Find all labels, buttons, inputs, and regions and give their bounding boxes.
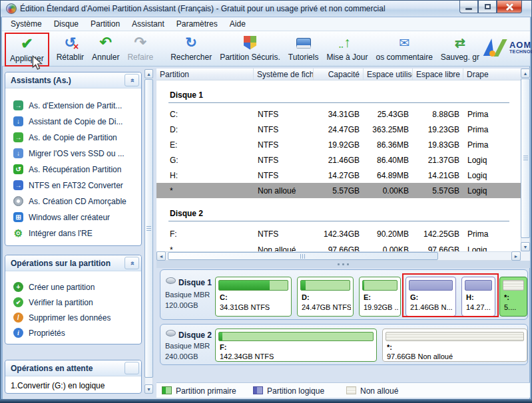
disk-copy-icon: ↓ <box>13 116 23 126</box>
menu-aide[interactable]: Aide <box>224 18 252 30</box>
table-row-d[interactable]: D: NTFS 24.47GB 363.25MB 19.23GB Prima <box>156 122 521 137</box>
backup-button[interactable]: ⇄ Sauveg. gr <box>437 33 483 64</box>
h-scrollbar-thumb[interactable] <box>168 252 438 260</box>
usage-bar <box>503 280 524 291</box>
table-row-f[interactable]: F: NTFS 142.34GB 90.20MB 142.25GB Prima <box>156 226 521 241</box>
triangle-up-icon: ▲ <box>523 71 528 76</box>
menu-partition[interactable]: Partition <box>85 18 126 30</box>
restore-button[interactable]: ↺× Rétablir <box>53 33 88 64</box>
sidebar-item-windows-togo[interactable]: ⊞ Windows aller créateur <box>5 209 141 225</box>
sidebar-item-bootable-cd[interactable]: As. Création CD Amorçable <box>5 194 141 209</box>
wizards-panel-header[interactable]: Assistants (As.) » <box>5 72 141 88</box>
collapse-button[interactable]: » <box>125 74 139 86</box>
sidebar-scrollbar-thumb[interactable] <box>144 79 153 378</box>
feedback-label: os commentaire <box>376 53 432 62</box>
sidebar-item-properties[interactable]: i Propriétés <box>5 325 141 340</box>
col-capacity[interactable]: Capacité <box>314 68 364 80</box>
refresh-label: Rechercher <box>170 53 212 62</box>
used-fill <box>219 333 222 340</box>
col-partition[interactable]: Partition <box>156 68 254 80</box>
scroll-up-button[interactable]: ▲ <box>144 69 153 78</box>
feedback-button[interactable]: ✉ os commentaire <box>372 33 436 64</box>
secure-partition-label: Partition Sécuris. <box>220 53 280 62</box>
cell-filesystem: NTFS <box>254 229 314 239</box>
sidebar-item-wipe-data[interactable]: / Supprimer les données <box>5 310 141 325</box>
disk1-name: Disque 1 <box>178 278 212 287</box>
cell-capacity: 21.46GB <box>314 156 364 165</box>
sidebar-item-create-partition[interactable]: + Créer une partition <box>5 279 141 295</box>
scroll-right-button[interactable]: ► <box>511 251 521 261</box>
triangle-up-icon: ▲ <box>146 72 151 76</box>
pending-operation-item[interactable]: 1.Convertir (G:) en logique <box>11 381 105 390</box>
table-row-g[interactable]: G: NTFS 21.46GB 86.40MB 21.37GB Logiq <box>156 152 521 168</box>
cell-filesystem: NTFS <box>254 110 314 119</box>
update-button[interactable]: ↑▪▪ Mise à Jour <box>322 33 372 64</box>
annotation-red-box-gh <box>402 273 499 317</box>
partition-block-unallocated-2[interactable]: *: 97.66GB Non alloué <box>382 329 527 362</box>
close-button[interactable] <box>497 1 522 13</box>
col-free-space[interactable]: Espace libre <box>413 68 463 80</box>
menu-parametres[interactable]: Paramètres <box>170 18 224 30</box>
partition-ops-title: Opérations sur la partition <box>11 259 111 268</box>
chevron-up-icon: » <box>128 78 136 82</box>
menu-bar: Système Disque Partition Assistant Param… <box>2 17 530 31</box>
cell-flag: Logiq <box>463 186 521 196</box>
cell-free: 21.37GB <box>413 156 463 165</box>
menu-systeme[interactable]: Système <box>5 18 48 30</box>
legend-logical-swatch <box>253 386 263 394</box>
partition-block-e[interactable]: E: 19.92GB ... <box>359 277 401 317</box>
scroll-down-button[interactable]: ▼ <box>144 384 153 394</box>
sidebar-item-integrate-re[interactable]: ⚙ Intégrer dans l'RE <box>5 225 141 241</box>
scroll-down-button[interactable]: ▼ <box>521 242 530 251</box>
menu-assistant[interactable]: Assistant <box>126 18 170 30</box>
tutorials-button[interactable]: Tutoriels <box>284 33 323 64</box>
sidebar-item-ntfs-fat32-converter[interactable]: → NTFS en FAT32 Converter <box>5 178 141 193</box>
partition-block-f[interactable]: F: 142.34GB NTFS <box>215 329 377 362</box>
used-fill <box>363 281 364 290</box>
collapse-button[interactable]: » <box>125 257 139 269</box>
refresh-button[interactable]: ↻ Rechercher <box>166 33 216 64</box>
triangle-down-icon: ▼ <box>523 245 528 249</box>
block-info: 34.31GB NTFS <box>220 303 289 311</box>
sidebar-item-disk-copy-wizard[interactable]: ↓ Assistant de Copie de Di... <box>5 114 141 129</box>
minimize-button[interactable] <box>459 1 478 13</box>
group-underline <box>168 221 509 221</box>
col-filesystem[interactable]: Système de fichier <box>254 68 314 80</box>
maximize-button[interactable] <box>478 1 497 13</box>
sidebar-item-extend-partition-wizard[interactable]: → As. d'Extension de Partit... <box>5 98 141 113</box>
table-row-h[interactable]: H: NTFS 14.27GB 64.89MB 14.21GB Logiq <box>156 168 521 183</box>
partition-block-c[interactable]: C: 34.31GB NTFS <box>215 277 292 317</box>
pending-ops-header[interactable]: Opérations en attente » <box>5 360 141 376</box>
sidebar-item-partition-recovery[interactable]: ↺ As. Récupération Partition <box>5 162 141 177</box>
triangle-right-icon: ► <box>514 254 519 259</box>
col-flag[interactable]: Drape <box>463 68 521 80</box>
menu-disque[interactable]: Disque <box>48 18 85 30</box>
v-scrollbar-thumb[interactable] <box>521 78 530 238</box>
partition-block-unallocated-selected[interactable]: *: 5.... <box>499 277 527 317</box>
table-row-c[interactable]: C: NTFS 34.31GB 25.43GB 8.88GB Prima <box>156 106 521 122</box>
sidebar-item-label: Supprimer les données <box>29 313 111 323</box>
table-row-unallocated-selected[interactable]: * Non alloué 5.57GB 0.00KB 5.57GB Logiq <box>156 183 521 198</box>
triangle-down-icon: ▼ <box>146 387 151 392</box>
redo-button[interactable]: ↷ Refaire <box>123 33 157 64</box>
window-title: Édition Étendard d'Aomei Partition Assis… <box>20 4 386 13</box>
sidebar-item-migrate-os[interactable]: ↓ Migrer l'OS vers SSD ou ... <box>5 146 141 161</box>
disk2-map-group: Disque 2 Basique MBR 240.00GB F: 142.34G… <box>160 324 528 365</box>
splitter[interactable] <box>156 261 530 268</box>
col-used-space[interactable]: Espace utilisé <box>364 68 413 80</box>
cell-used: 86.40MB <box>364 156 413 165</box>
collapse-button[interactable]: » <box>125 362 139 374</box>
splitter-dots <box>338 263 340 265</box>
undo-button[interactable]: ↶ Annuler <box>88 33 123 64</box>
table-row-e[interactable]: E: NTFS 19.92GB 86.36MB 19.83GB Prima <box>156 137 521 152</box>
partition-ops-header[interactable]: Opérations sur la partition » <box>5 255 141 271</box>
partition-block-d[interactable]: D: 24.47GB NTFS <box>297 277 354 317</box>
sidebar-item-partition-copy-wizard[interactable]: → As. de Copie de Partition <box>5 130 141 145</box>
secure-partition-button[interactable]: Partition Sécuris. <box>216 33 284 64</box>
scroll-up-button[interactable]: ▲ <box>521 68 530 78</box>
sidebar-item-check-partition[interactable]: ✔ Vérifier la partition <box>5 295 141 310</box>
scroll-left-button[interactable]: ◄ <box>156 251 166 261</box>
backup-label: Sauveg. gr <box>441 53 479 62</box>
cell-used: 363.25MB <box>364 125 413 134</box>
cell-free: 19.23GB <box>413 125 463 134</box>
